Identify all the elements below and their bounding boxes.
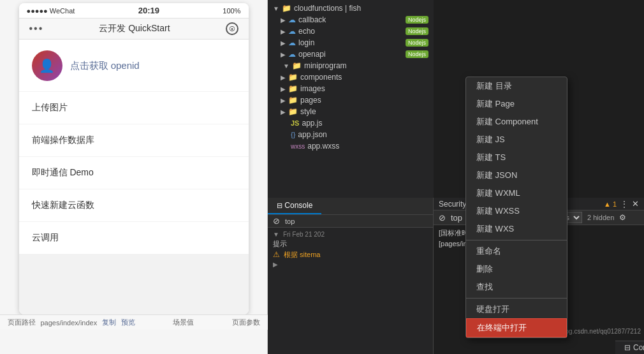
stop-icon[interactable]: ⊘ xyxy=(439,213,446,223)
menu-new-wxml[interactable]: 新建 WXML xyxy=(466,184,567,202)
cloud-call-label: 云调用 xyxy=(32,232,59,244)
chevron-right-icon: ▶ xyxy=(281,108,286,115)
settings-icon[interactable]: ⚙ xyxy=(619,213,626,222)
database-label: 前端操作数据库 xyxy=(32,135,94,146)
console-left-tabs: ⊟ Console xyxy=(268,198,433,215)
console-timestamp-line: ▼ Fri Feb 21 202 xyxy=(273,230,428,239)
bottom-console-tab[interactable]: ⊟ Console xyxy=(624,343,644,352)
tree-item-login[interactable]: ▶ ☁ login Nodejs xyxy=(268,37,434,48)
security-tab[interactable]: Security xyxy=(439,200,466,209)
menu-delete[interactable]: 删除 xyxy=(466,260,567,278)
tree-item-pages[interactable]: ▶ 📁 pages xyxy=(268,94,434,106)
database-item[interactable]: 前端操作数据库 xyxy=(19,124,249,156)
menu-new-js[interactable]: 新建 JS xyxy=(466,131,567,149)
chevron-right-icon: ▶ xyxy=(281,97,286,104)
record-button[interactable]: ⦿ xyxy=(226,22,238,35)
cloud-call-item[interactable]: 云调用 xyxy=(19,222,249,254)
appjson-label: app.json xyxy=(298,130,326,139)
components-label: components xyxy=(300,73,342,82)
phone-page-title: 云开发 QuickStart xyxy=(51,23,217,34)
ide-panel: ▼ 📁 cloudfunctions | fish ▶ ☁ callback N… xyxy=(268,0,644,354)
folder-icon: 📁 xyxy=(288,84,298,93)
console-arrow-line[interactable]: ▶ xyxy=(273,260,428,269)
timestamp: Fri Feb 21 202 xyxy=(283,231,325,238)
appwxss-label: app.wxss xyxy=(307,142,339,151)
menu-open-terminal[interactable]: 在终端中打开 xyxy=(466,318,567,337)
warning-badge: ▲ 1 xyxy=(604,200,617,208)
tree-item-images[interactable]: ▶ 📁 images xyxy=(268,83,434,94)
phone-time: 20:19 xyxy=(138,6,159,15)
mobile-simulator-panel: ●●●●● WeChat 20:19 100% ••• 云开发 QuickSta… xyxy=(0,0,268,354)
console-bottom-label: Console xyxy=(633,343,644,352)
copy-button[interactable]: 复制 xyxy=(102,318,116,327)
console-log-content: ▼ Fri Feb 21 202 提示 ⚠ 根据 sitema ▶ xyxy=(268,228,433,271)
menu-new-wxs[interactable]: 新建 WXS xyxy=(466,220,567,238)
console-left-tab[interactable]: ⊟ Console xyxy=(268,198,321,214)
menu-find[interactable]: 查找 xyxy=(466,278,567,296)
tree-item-callback[interactable]: ▶ ☁ callback Nodejs xyxy=(268,14,434,26)
openid-text[interactable]: 点击获取 openid xyxy=(70,60,140,72)
cloud-icon: ☁ xyxy=(288,38,296,47)
close-console-button[interactable]: ✕ xyxy=(632,199,639,209)
menu-new-dir[interactable]: 新建 目录 xyxy=(466,77,567,95)
battery-indicator: 100% xyxy=(223,7,240,15)
openid-row[interactable]: 👤 点击获取 openid xyxy=(19,40,249,91)
upload-image-label: 上传图片 xyxy=(32,102,68,114)
phone-status-bar: ●●●●● WeChat 20:19 100% xyxy=(19,3,249,18)
file-tree-section: ▼ 📁 cloudfunctions | fish ▶ ☁ callback N… xyxy=(268,0,434,198)
callback-label: callback xyxy=(298,15,326,24)
wxss-file-icon: wxss xyxy=(291,143,305,150)
warning-icon: ⚠ xyxy=(273,250,280,259)
tree-item-echo[interactable]: ▶ ☁ echo Nodejs xyxy=(268,26,434,37)
more-options-icon[interactable]: ⋮ xyxy=(620,200,628,209)
create-function-item[interactable]: 快速新建云函数 xyxy=(19,189,249,221)
menu-open-disk[interactable]: 硬盘打开 xyxy=(466,300,567,318)
warning-text: 根据 sitema xyxy=(284,250,320,260)
folder-icon: 📁 xyxy=(288,73,298,82)
stop-icon[interactable]: ⊘ xyxy=(273,216,280,226)
cloud-icon: ☁ xyxy=(288,15,296,24)
console-left-panel: ⊟ Console ⊘ top ▼ Fri Feb 21 202 提示 xyxy=(268,198,434,354)
menu-new-page[interactable]: 新建 Page xyxy=(466,95,567,113)
scene-label: 场景值 xyxy=(173,318,194,327)
signal-indicator: ●●●●● WeChat xyxy=(27,7,75,15)
nodejs-badge: Nodejs xyxy=(406,39,428,47)
root-label: cloudfunctions | fish xyxy=(294,4,361,13)
menu-new-wxss[interactable]: 新建 WXSS xyxy=(466,202,567,220)
console-hint-line: 提示 xyxy=(273,239,428,249)
tree-item-openapi[interactable]: ▶ ☁ openapi Nodejs xyxy=(268,48,434,60)
tree-item-components[interactable]: ▶ 📁 components xyxy=(268,71,434,83)
upload-image-item[interactable]: 上传图片 xyxy=(19,92,249,124)
tree-item-appwxss[interactable]: wxss app.wxss xyxy=(268,140,434,152)
chevron-down-icon: ▼ xyxy=(283,63,289,70)
avatar: 👤 xyxy=(32,50,62,81)
tree-root[interactable]: ▼ 📁 cloudfunctions | fish xyxy=(268,3,434,14)
images-label: images xyxy=(300,84,325,93)
more-options-button[interactable]: ••• xyxy=(29,23,44,34)
preview-button[interactable]: 预览 xyxy=(121,318,135,327)
bottom-status-bar: 页面路径 pages/index/index 复制 预览 场景值 页面参数 xyxy=(0,314,268,330)
top-label: top xyxy=(451,213,462,223)
chevron-right-icon: ▶ xyxy=(281,40,286,47)
menu-new-json[interactable]: 新建 JSON xyxy=(466,166,567,184)
tree-item-appjs[interactable]: JS app.js xyxy=(268,117,434,129)
menu-new-component[interactable]: 新建 Component xyxy=(466,113,567,131)
tree-item-style[interactable]: ▶ 📁 style xyxy=(268,106,434,117)
menu-rename[interactable]: 重命名 xyxy=(466,242,567,260)
im-demo-item[interactable]: 即时通信 Demo xyxy=(19,157,249,189)
chevron-right-icon: ▶ xyxy=(281,74,286,81)
im-demo-label: 即时通信 Demo xyxy=(32,167,94,179)
tree-item-miniprogram[interactable]: ▼ 📁 miniprogram xyxy=(268,60,434,71)
json-file-icon: {} xyxy=(291,131,295,138)
avatar-image: 👤 xyxy=(32,50,62,81)
phone-frame: ●●●●● WeChat 20:19 100% ••• 云开发 QuickSta… xyxy=(19,3,249,314)
login-label: login xyxy=(298,38,314,47)
expand-icon[interactable]: ▼ xyxy=(273,231,279,238)
chevron-down-icon: ▼ xyxy=(273,5,279,12)
menu-new-ts[interactable]: 新建 TS xyxy=(466,149,567,166)
tree-item-appjson[interactable]: {} app.json xyxy=(268,129,434,140)
path-value: pages/index/index xyxy=(41,319,98,327)
chevron-right-icon: ▶ xyxy=(281,17,286,24)
pages-label: pages xyxy=(300,96,321,105)
menu-separator-1 xyxy=(466,240,567,240)
